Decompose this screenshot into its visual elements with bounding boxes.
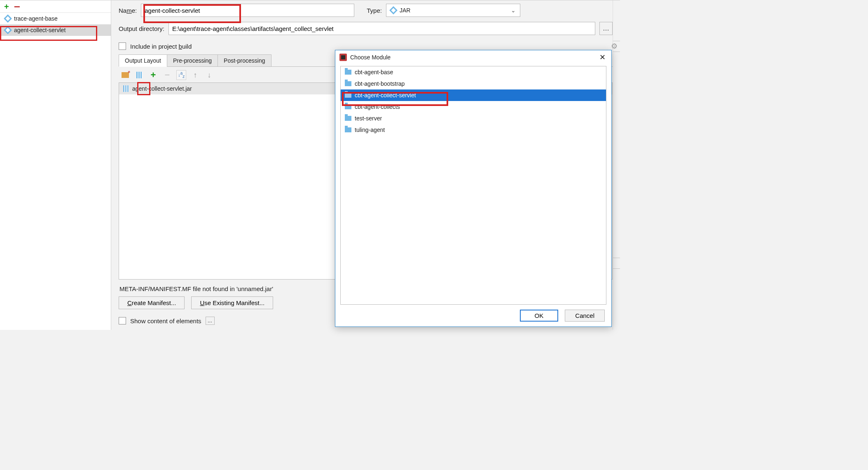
show-content-config-button[interactable]: … — [206, 317, 215, 325]
create-manifest-button[interactable]: Create Manifest... — [119, 296, 185, 309]
artifact-icon — [4, 14, 12, 23]
artifact-icon — [4, 26, 12, 34]
module-item[interactable]: cbt-agent-base — [341, 66, 606, 78]
remove-icon[interactable]: − — [162, 70, 172, 80]
cancel-button[interactable]: Cancel — [565, 310, 605, 322]
module-label: cbt-agent-bootstrap — [355, 80, 405, 87]
output-dir-label: Output directory: — [119, 25, 164, 32]
add-icon[interactable]: + — [148, 70, 158, 80]
gear-icon[interactable]: ⚙ — [611, 42, 618, 51]
close-icon[interactable]: ✕ — [598, 53, 607, 62]
type-value: JAR — [400, 7, 410, 14]
intellij-icon — [339, 54, 347, 61]
browse-button[interactable]: … — [599, 22, 613, 35]
chevron-down-icon: ⌄ — [511, 7, 516, 14]
show-content-label: Show content of elements — [130, 317, 201, 324]
module-item[interactable]: test-server — [341, 113, 606, 124]
module-item[interactable]: tuling-agent — [341, 124, 606, 136]
module-icon — [345, 70, 351, 75]
module-item-selected[interactable]: cbt-agent-collect-servlet — [341, 89, 606, 101]
module-label: cbt-agent-collect-servlet — [355, 92, 416, 99]
module-item[interactable]: cbt-agent-bootstrap — [341, 78, 606, 89]
output-dir-row: Output directory: … — [119, 22, 613, 35]
module-label: cbt-agent-base — [355, 69, 393, 75]
move-up-icon[interactable]: ↑ — [190, 70, 200, 80]
dialog-footer: OK Cancel — [335, 305, 611, 327]
move-down-icon[interactable]: ↓ — [204, 70, 214, 80]
module-label: tuling-agent — [355, 127, 385, 133]
include-build-label: Include in project build — [130, 43, 192, 50]
name-label: Name: — [119, 7, 137, 14]
module-list[interactable]: cbt-agent-base cbt-agent-bootstrap cbt-a… — [340, 66, 606, 305]
tab-output-layout[interactable]: Output Layout — [119, 54, 167, 67]
app-root: + − trace-agent-base agent-collect-servl… — [0, 0, 620, 330]
module-icon — [345, 127, 351, 132]
include-build-row[interactable]: Include in project build — [119, 42, 613, 50]
jar-item-label: agent-collect-servlet.jar — [132, 85, 192, 92]
output-dir-input[interactable] — [168, 22, 595, 35]
sort-az-icon[interactable]: ↓az — [176, 70, 186, 80]
module-label: cbt-agent-collects — [355, 103, 400, 110]
artifact-item[interactable]: trace-agent-base — [0, 13, 111, 24]
add-artifact-icon[interactable]: + — [4, 2, 9, 11]
include-build-checkbox[interactable] — [119, 42, 126, 50]
sidebar-toolbar: + − — [0, 0, 111, 13]
show-content-checkbox[interactable] — [119, 317, 126, 324]
remove-artifact-icon[interactable]: − — [14, 1, 20, 12]
tab-post-processing[interactable]: Post-processing — [218, 54, 271, 67]
module-item[interactable]: cbt-agent-collects — [341, 101, 606, 113]
artifact-item-selected[interactable]: agent-collect-servlet — [0, 24, 111, 36]
module-bars-icon[interactable] — [134, 70, 144, 80]
ok-button[interactable]: OK — [520, 310, 559, 322]
module-icon — [345, 104, 351, 109]
name-row: Name: Type: JAR ⌄ — [119, 4, 613, 17]
dialog-title: Choose Module — [350, 54, 391, 61]
module-icon — [345, 116, 351, 121]
archive-icon — [123, 85, 129, 92]
artifact-label: agent-collect-servlet — [14, 27, 66, 33]
artifact-label: trace-agent-base — [14, 15, 58, 22]
choose-module-dialog: Choose Module ✕ cbt-agent-base cbt-agent… — [335, 50, 612, 327]
type-label: Type: — [367, 7, 382, 14]
module-icon — [345, 81, 351, 86]
artifact-sidebar: + − trace-agent-base agent-collect-servl… — [0, 0, 111, 330]
artifact-list: trace-agent-base agent-collect-servlet — [0, 13, 111, 330]
tab-pre-processing[interactable]: Pre-processing — [167, 54, 218, 67]
jar-icon — [389, 6, 398, 14]
name-input[interactable] — [141, 4, 354, 17]
use-existing-manifest-button[interactable]: Use Existing Manifest... — [191, 296, 273, 309]
module-label: test-server — [355, 115, 382, 122]
module-icon — [345, 93, 351, 98]
dialog-titlebar: Choose Module ✕ — [335, 50, 611, 64]
new-folder-icon[interactable] — [120, 70, 130, 80]
type-select[interactable]: JAR ⌄ — [386, 4, 520, 17]
